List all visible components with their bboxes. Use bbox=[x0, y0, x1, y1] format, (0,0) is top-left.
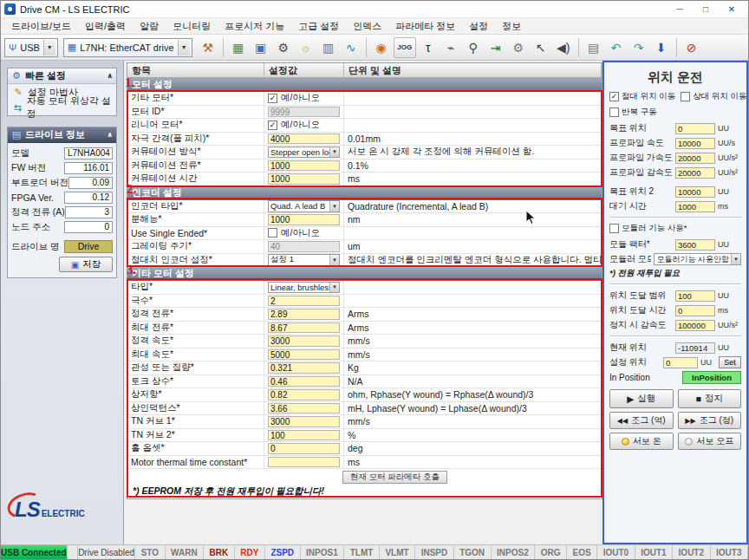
chart-icon[interactable]: ▥ bbox=[318, 37, 339, 58]
menu-item-9[interactable]: 설정 bbox=[462, 20, 495, 33]
field-input[interactable]: 10000 bbox=[675, 138, 715, 149]
servo-off-button[interactable]: 서보 오프 bbox=[678, 433, 742, 450]
table-row: 토크 상수*0.46N/A bbox=[127, 375, 602, 389]
speaker-icon[interactable]: ◀) bbox=[553, 37, 574, 58]
gear-icon[interactable]: ⚙ bbox=[273, 37, 294, 58]
row-checkbox[interactable]: ✓예/아니오 bbox=[268, 92, 320, 104]
row-input[interactable]: 1000 bbox=[268, 173, 340, 185]
save-all-icon[interactable]: ▤ bbox=[583, 37, 604, 58]
menu-item-5[interactable]: 프로시저 기능 bbox=[218, 20, 291, 33]
absolute-move-checkbox[interactable]: ✓ 절대 위치 이동 bbox=[609, 91, 675, 102]
field-input[interactable]: 0 bbox=[675, 305, 715, 316]
maximize-button[interactable]: □ bbox=[693, 2, 719, 17]
export-icon[interactable]: ⇥ bbox=[485, 37, 506, 58]
modular-mode-select[interactable]: 모듈러기능 사용안함 ▼ bbox=[654, 253, 741, 265]
modular-use-checkbox[interactable]: 모듈러 기능 사용* bbox=[609, 223, 687, 234]
field-input[interactable]: 0 bbox=[675, 123, 715, 134]
row-input[interactable]: 1000 bbox=[268, 160, 340, 172]
relative-move-checkbox[interactable]: 상대 위치 이동 bbox=[681, 91, 746, 102]
toolbar-separator bbox=[223, 38, 224, 57]
field-input[interactable]: 100000 bbox=[675, 320, 715, 331]
row-input[interactable]: 1000 bbox=[268, 214, 340, 225]
field-input[interactable]: 10000 bbox=[675, 186, 715, 198]
network-icon[interactable]: ◉ bbox=[371, 37, 392, 58]
disable-icon[interactable]: ⊘ bbox=[681, 37, 702, 58]
menu-item-6[interactable]: 고급 설정 bbox=[291, 20, 346, 33]
row-label: 정격 전류* bbox=[127, 308, 264, 321]
menu-item-10[interactable]: 정보 bbox=[495, 20, 528, 33]
row-select[interactable]: Stepper open loop 2▼ bbox=[268, 147, 340, 159]
table-row: TN 커브 2*100% bbox=[127, 429, 602, 443]
row-select[interactable]: Linear, brushless▼ bbox=[268, 282, 340, 294]
jog-button[interactable]: JOG bbox=[394, 37, 416, 58]
calculator-icon[interactable]: ▦ bbox=[228, 37, 249, 58]
row-input[interactable]: 3000 bbox=[268, 335, 340, 347]
collapse-icon[interactable]: ∧ bbox=[107, 131, 114, 139]
load-motor-params-button[interactable]: 현재 모터 파라메타 호출 bbox=[342, 471, 447, 484]
pointer-icon[interactable]: ↖ bbox=[531, 37, 551, 58]
row-checkbox[interactable]: ✓예/아니오 bbox=[268, 119, 320, 131]
row-input[interactable]: 2.89 bbox=[268, 309, 340, 320]
field-input[interactable]: 100 bbox=[675, 290, 715, 302]
close-button[interactable]: ✕ bbox=[719, 2, 745, 17]
phase-angle-icon: ⇆ bbox=[13, 102, 23, 114]
jog-reverse-button[interactable]: ◀◀ 조그 (역) bbox=[609, 412, 674, 429]
torque-icon[interactable]: τ bbox=[418, 37, 439, 58]
row-input[interactable]: 100 bbox=[268, 430, 340, 441]
row-value-cell: 0.321 bbox=[264, 361, 344, 374]
download-icon[interactable]: ⬇ bbox=[651, 37, 672, 58]
row-input[interactable]: 0.46 bbox=[268, 376, 340, 387]
tools-icon[interactable]: ⚒ bbox=[198, 37, 218, 58]
io-monitor-icon[interactable]: ▣ bbox=[251, 37, 271, 58]
menu-item-8[interactable]: 파라메타 정보 bbox=[388, 20, 462, 33]
save-button[interactable]: ▣ 저장 bbox=[59, 257, 113, 272]
menu-item-2[interactable]: 입력/출력 bbox=[78, 20, 133, 33]
lamp-icon[interactable]: ☼ bbox=[296, 37, 316, 58]
run-button[interactable]: ▶ 실행 bbox=[609, 389, 674, 408]
repeat-run-checkbox[interactable]: 반복 구동 bbox=[609, 107, 657, 118]
modular-factor-input[interactable]: 3600 bbox=[675, 239, 715, 251]
collapse-icon[interactable]: ∧ bbox=[107, 72, 114, 80]
row-input[interactable] bbox=[268, 457, 340, 468]
set-button[interactable]: Set bbox=[719, 356, 741, 368]
menu-item-7[interactable]: 인덱스 bbox=[346, 20, 388, 33]
gear-run-icon[interactable]: ⚙ bbox=[508, 37, 529, 58]
row-input[interactable]: 2 bbox=[268, 296, 340, 307]
operation-buttons: ▶ 실행 ■ 정지 ◀◀ 조그 (역) ▶▶ 조그 (정) 서보 온 bbox=[609, 389, 741, 450]
field-input[interactable]: 1000 bbox=[675, 201, 715, 212]
quick-settings-item-2[interactable]: ⇆자동 모터 위상각 설정 bbox=[8, 100, 116, 115]
connection-select[interactable]: Ψ USB ▼ bbox=[4, 38, 58, 57]
field-input[interactable]: 20000 bbox=[675, 167, 715, 179]
scope-icon[interactable]: ∿ bbox=[341, 37, 361, 58]
relative-move-label: 상대 위치 이동 bbox=[693, 91, 746, 102]
quick-settings-header[interactable]: ⚙ 빠른 설정 ∧ bbox=[8, 68, 116, 84]
redo-icon[interactable]: ↷ bbox=[629, 37, 649, 58]
servo-on-button[interactable]: 서보 온 bbox=[609, 433, 674, 450]
divider bbox=[609, 283, 741, 285]
row-input[interactable]: 3.66 bbox=[268, 403, 340, 414]
jog-forward-button[interactable]: ▶▶ 조그 (정) bbox=[678, 412, 742, 429]
row-input[interactable]: 0.82 bbox=[268, 389, 340, 400]
tune-icon[interactable]: ⌁ bbox=[440, 37, 461, 58]
row-input[interactable]: 5000 bbox=[268, 349, 340, 361]
row-checkbox[interactable]: 예/아니오 bbox=[268, 227, 320, 239]
row-input[interactable]: 8.67 bbox=[268, 322, 340, 334]
row-input[interactable]: 3000 bbox=[268, 416, 340, 427]
search-icon[interactable]: ⚲ bbox=[463, 37, 484, 58]
drive-info-header[interactable]: ▤ 드라이브 정보 ∧ bbox=[8, 127, 116, 143]
row-input[interactable]: 0 bbox=[268, 443, 340, 454]
drive-info-row: FPGA Ver.0.12 bbox=[11, 192, 113, 204]
set-position-input[interactable]: 0 bbox=[663, 357, 698, 368]
row-select[interactable]: Quad. A lead B▼ bbox=[268, 200, 340, 212]
menu-item-4[interactable]: 모니터링 bbox=[166, 20, 218, 33]
drive-select[interactable]: ▦ L7NH: EtherCAT drive ▼ bbox=[63, 38, 192, 57]
minimize-button[interactable]: ─ bbox=[667, 2, 693, 17]
row-input[interactable]: 0.321 bbox=[268, 362, 340, 374]
row-input[interactable]: 4000 bbox=[268, 133, 340, 145]
stop-button[interactable]: ■ 정지 bbox=[678, 389, 742, 408]
menu-item-3[interactable]: 알람 bbox=[133, 20, 166, 33]
menu-item-1[interactable]: 드라이브/보드 bbox=[4, 20, 78, 33]
row-select[interactable]: 설정 1▼ bbox=[268, 254, 340, 266]
field-input[interactable]: 20000 bbox=[675, 153, 715, 164]
undo-icon[interactable]: ↶ bbox=[606, 37, 627, 58]
